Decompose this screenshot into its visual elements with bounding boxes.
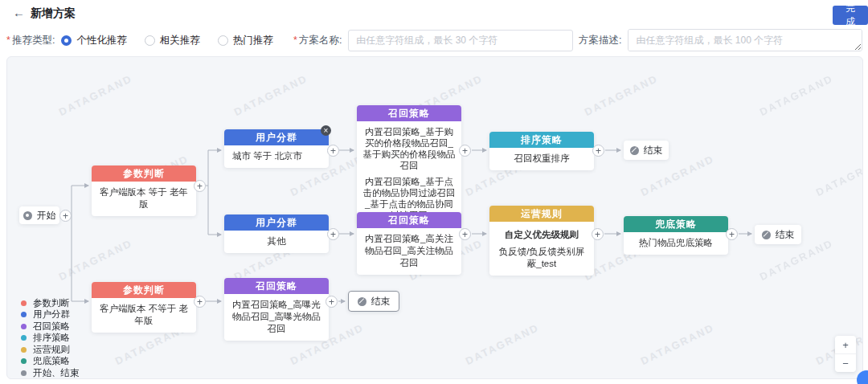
node-user-group-1[interactable]: × 用户分群 城市 等于 北京市: [224, 129, 329, 168]
flow-canvas[interactable]: DATAGRANDDATAGRANDDATAGRANDDATAGRANDDATA…: [6, 56, 863, 379]
legend-item: 兜底策略: [21, 356, 80, 367]
add-node-button[interactable]: +: [726, 228, 738, 240]
finish-button[interactable]: 完成: [833, 6, 868, 25]
node-body: 客户端版本 等于 老年版: [92, 182, 196, 216]
plan-desc-label: 方案描述:: [579, 34, 621, 47]
legend-label: 召回策略: [33, 321, 70, 333]
pill-label: 结束: [776, 228, 795, 242]
plan-desc-input[interactable]: [628, 29, 862, 51]
legend-dot: [21, 347, 27, 353]
node-sort-strategy[interactable]: 排序策略 召回权重排序: [489, 132, 594, 170]
node-title: 召回策略: [357, 105, 461, 121]
node-body: 客户端版本 不等于 老年版: [92, 298, 196, 333]
legend-dot: [21, 300, 27, 306]
radio-personalized[interactable]: 个性化推荐: [61, 34, 127, 47]
node-title: 用户分群: [224, 129, 329, 145]
add-node-button[interactable]: +: [459, 228, 471, 240]
node-body: 内置召回策略_高曝光物品召回_高曝光物品召回: [224, 294, 329, 341]
end-icon: [358, 297, 366, 306]
legend-item: 召回策略: [21, 321, 80, 332]
node-recall-1[interactable]: 召回策略 内置召回策略_基于购买的价格段物品召回_基于购买的价格段物品召回 内置…: [357, 105, 461, 227]
zoom-out-button[interactable]: −: [835, 353, 856, 372]
recommend-type-group: * 推荐类型: 个性化推荐 相关推荐 热门推荐: [6, 29, 291, 51]
node-title: 参数判断: [92, 165, 196, 182]
recommend-type-label: 推荐类型:: [12, 34, 55, 47]
radio-label: 相关推荐: [160, 34, 200, 47]
node-title: 召回策略: [224, 278, 329, 294]
start-icon: [23, 211, 32, 220]
node-recall-2[interactable]: 召回策略 内置召回策略_高关注物品召回_高关注物品召回: [357, 212, 461, 275]
page-title: 新增方案: [31, 6, 76, 21]
legend-item: 排序策略: [21, 333, 80, 344]
add-node-button[interactable]: +: [327, 145, 339, 157]
add-node-button[interactable]: +: [459, 145, 471, 157]
node-param-judge-1[interactable]: 参数判断 客户端版本 等于 老年版: [92, 165, 196, 216]
add-node-button[interactable]: +: [194, 180, 206, 192]
node-title: 用户分群: [224, 214, 329, 231]
plan-name-input[interactable]: [348, 30, 573, 51]
canvas-zoom-control: + −: [835, 336, 856, 372]
node-recall-3[interactable]: 召回策略 内置召回策略_高曝光物品召回_高曝光物品召回: [224, 278, 329, 341]
node-title: 兜底策略: [624, 216, 728, 232]
legend-dot: [21, 312, 27, 317]
pill-label: 结束: [644, 144, 663, 157]
node-body: 内置召回策略_高关注物品召回_高关注物品召回: [357, 228, 461, 275]
radio-icon: [218, 35, 228, 46]
legend-item: 用户分群: [21, 309, 80, 321]
plan-form: * 推荐类型: 个性化推荐 相关推荐 热门推荐 * 方案名称: 方案描述:: [0, 29, 868, 53]
radio-label: 个性化推荐: [76, 34, 127, 47]
end-icon: [762, 231, 771, 239]
legend-label: 参数判断: [33, 297, 70, 309]
legend-label: 运营规则: [33, 344, 70, 356]
node-start[interactable]: 开始: [19, 206, 59, 224]
back-icon[interactable]: ←: [13, 6, 25, 19]
node-title: 排序策略: [489, 132, 594, 148]
add-node-button[interactable]: +: [327, 228, 339, 240]
node-end-2[interactable]: 结束: [755, 225, 801, 244]
legend-dot: [21, 370, 27, 376]
node-title: 召回策略: [357, 212, 461, 228]
plan-name-group: * 方案名称:: [293, 29, 573, 51]
legend-item: 开始、结束: [21, 367, 80, 378]
legend-item: 运营规则: [21, 344, 80, 355]
node-user-group-2[interactable]: 用户分群 其他: [224, 214, 329, 253]
add-node-button[interactable]: +: [59, 210, 72, 222]
radio-related[interactable]: 相关推荐: [145, 34, 200, 47]
legend-dot: [21, 358, 27, 364]
plan-desc-group: 方案描述:: [579, 29, 862, 51]
legend-dot: [21, 335, 27, 341]
node-operation-rule[interactable]: 运营规则 自定义优先级规则 负反馈/负反馈类别屏蔽_test: [489, 206, 594, 276]
legend-label: 兜底策略: [33, 355, 70, 367]
node-end-1[interactable]: 结束: [624, 141, 669, 160]
plan-name-label: 方案名称:: [299, 34, 342, 47]
node-body: 自定义优先级规则: [494, 229, 589, 241]
radio-hot[interactable]: 热门推荐: [218, 34, 273, 47]
pill-label: 开始: [37, 209, 56, 223]
node-body: 其他: [224, 231, 329, 253]
node-param-judge-2[interactable]: 参数判断 客户端版本 不等于 老年版: [92, 282, 196, 333]
required-mark: *: [6, 35, 10, 46]
add-node-button[interactable]: +: [194, 296, 206, 308]
radio-icon: [61, 35, 72, 46]
radio-icon: [145, 35, 155, 46]
add-node-button[interactable]: +: [326, 296, 338, 308]
node-body: 召回权重排序: [489, 148, 594, 170]
legend-label: 开始、结束: [33, 367, 80, 379]
node-body: 城市 等于 北京市: [224, 145, 329, 168]
node-end-3[interactable]: 结束: [348, 291, 399, 312]
legend-dot: [21, 324, 27, 329]
required-mark: *: [293, 35, 297, 46]
node-fallback-strategy[interactable]: 兜底策略 热门物品兜底策略: [624, 216, 728, 255]
legend-label: 用户分群: [33, 308, 70, 321]
end-icon: [630, 146, 639, 155]
close-icon[interactable]: ×: [321, 125, 331, 136]
add-node-button[interactable]: +: [592, 145, 604, 157]
legend-label: 排序策略: [33, 332, 70, 344]
zoom-in-button[interactable]: +: [835, 336, 856, 353]
pill-label: 结束: [371, 295, 391, 308]
node-type-legend: 参数判断 用户分群 召回策略 排序策略 运营规则 兜底策略 开始、结束: [21, 297, 80, 379]
node-body: 内置召回策略_基于购买的价格段物品召回_基于购买的价格段物品召回: [362, 126, 457, 171]
node-body: 热门物品兜底策略: [624, 232, 728, 255]
add-node-button[interactable]: +: [592, 228, 604, 240]
node-title: 运营规则: [489, 206, 594, 222]
